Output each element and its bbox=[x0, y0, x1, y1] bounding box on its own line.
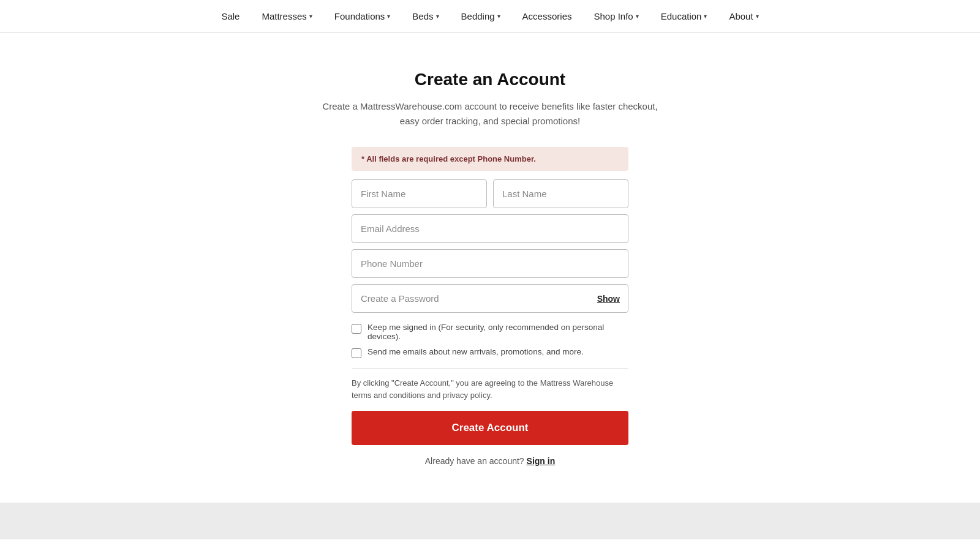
keep-signed-in-row[interactable]: Keep me signed in (For security, only re… bbox=[352, 323, 628, 341]
phone-wrapper bbox=[352, 249, 628, 278]
page-subtitle: Create a MattressWarehouse.com account t… bbox=[318, 99, 662, 129]
chevron-down-icon: ▾ bbox=[387, 13, 390, 20]
nav-item-sale[interactable]: Sale bbox=[221, 11, 239, 21]
already-have-account-text: Already have an account? bbox=[425, 456, 524, 466]
chevron-down-icon: ▾ bbox=[309, 13, 312, 20]
email-signup-row[interactable]: Send me emails about new arrivals, promo… bbox=[352, 347, 628, 358]
nav-item-beds[interactable]: Beds▾ bbox=[412, 11, 439, 21]
keep-signed-in-checkbox[interactable] bbox=[352, 324, 361, 334]
chevron-down-icon: ▾ bbox=[436, 13, 439, 20]
nav-item-bedding[interactable]: Bedding▾ bbox=[461, 11, 500, 21]
sign-in-link[interactable]: Sign in bbox=[527, 456, 556, 466]
nav-item-label: Accessories bbox=[522, 11, 572, 21]
password-input[interactable] bbox=[352, 284, 628, 313]
nav-item-label: Foundations bbox=[334, 11, 385, 21]
nav-item-label: Beds bbox=[412, 11, 433, 21]
name-row bbox=[352, 179, 628, 208]
nav-item-label: Sale bbox=[221, 11, 239, 21]
email-signup-checkbox[interactable] bbox=[352, 348, 361, 358]
first-name-input[interactable] bbox=[352, 179, 487, 208]
nav-item-foundations[interactable]: Foundations▾ bbox=[334, 11, 391, 21]
nav-item-accessories[interactable]: Accessories bbox=[522, 11, 572, 21]
chevron-down-icon: ▾ bbox=[756, 13, 759, 20]
sign-in-row: Already have an account? Sign in bbox=[352, 456, 628, 466]
nav-item-label: Mattresses bbox=[262, 11, 306, 21]
chevron-down-icon: ▾ bbox=[704, 13, 707, 20]
nav-item-label: About bbox=[729, 11, 753, 21]
footer-bar bbox=[0, 503, 980, 539]
required-notice: * All fields are required except Phone N… bbox=[352, 147, 628, 171]
last-name-input[interactable] bbox=[493, 179, 628, 208]
terms-text: By clicking "Create Account," you are ag… bbox=[352, 368, 628, 401]
nav-item-about[interactable]: About▾ bbox=[729, 11, 758, 21]
email-wrapper bbox=[352, 214, 628, 243]
chevron-down-icon: ▾ bbox=[636, 13, 639, 20]
show-password-button[interactable]: Show bbox=[597, 294, 620, 304]
nav-item-label: Bedding bbox=[461, 11, 495, 21]
create-account-form: * All fields are required except Phone N… bbox=[352, 147, 628, 466]
checkboxes-group: Keep me signed in (For security, only re… bbox=[352, 323, 628, 358]
password-wrapper: Show bbox=[352, 284, 628, 313]
nav-item-shop-info[interactable]: Shop Info▾ bbox=[594, 11, 638, 21]
nav-item-label: Shop Info bbox=[594, 11, 633, 21]
email-signup-label: Send me emails about new arrivals, promo… bbox=[368, 347, 584, 356]
nav-item-mattresses[interactable]: Mattresses▾ bbox=[262, 11, 312, 21]
main-content: Create an Account Create a MattressWareh… bbox=[0, 33, 980, 503]
nav-item-education[interactable]: Education▾ bbox=[661, 11, 707, 21]
nav-item-label: Education bbox=[661, 11, 702, 21]
create-account-button[interactable]: Create Account bbox=[352, 411, 628, 445]
chevron-down-icon: ▾ bbox=[497, 13, 500, 20]
keep-signed-in-label: Keep me signed in (For security, only re… bbox=[368, 323, 628, 341]
phone-input[interactable] bbox=[352, 249, 628, 278]
page-title: Create an Account bbox=[415, 70, 565, 89]
email-input[interactable] bbox=[352, 214, 628, 243]
main-nav: SaleMattresses▾Foundations▾Beds▾Bedding▾… bbox=[0, 0, 980, 33]
